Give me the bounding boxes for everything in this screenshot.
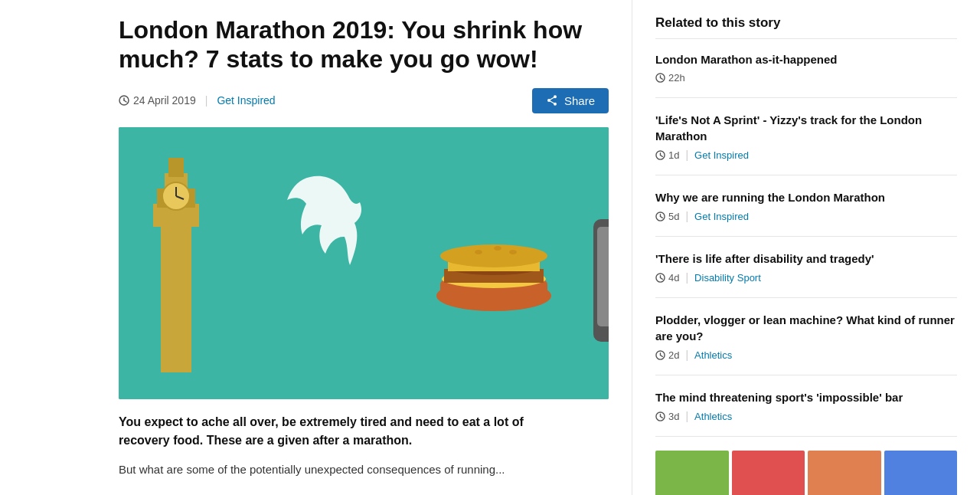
related-item: Why we are running the London Marathon 5… [655, 189, 957, 237]
related-item-title[interactable]: Plodder, vlogger or lean machine? What k… [655, 312, 957, 344]
clock-icon [655, 73, 665, 83]
sidebar: Related to this story London Marathon as… [632, 0, 980, 495]
svg-line-45 [661, 355, 663, 356]
share-button[interactable]: Share [532, 88, 609, 113]
clock-icon [655, 273, 665, 283]
related-item: Plodder, vlogger or lean machine? What k… [655, 312, 957, 375]
svg-line-42 [661, 277, 663, 279]
related-item-time: 3d [655, 411, 679, 422]
related-item-time-text: 22h [668, 72, 685, 84]
related-item-time: 5d [655, 211, 679, 222]
article-main: London Marathon 2019: You shrink how muc… [0, 0, 632, 495]
related-item-category[interactable]: Get Inspired [694, 149, 749, 161]
svg-rect-9 [161, 219, 191, 372]
svg-line-39 [661, 216, 663, 218]
svg-point-26 [509, 250, 517, 254]
svg-line-2 [124, 100, 126, 102]
article-image [119, 127, 609, 399]
sidebar-image-tile [884, 451, 958, 495]
related-item: London Marathon as-it-happened 22h [655, 51, 957, 98]
svg-point-25 [494, 246, 501, 251]
related-item-meta: 4d | Disability Sport [655, 271, 957, 284]
clock-icon [655, 150, 665, 160]
related-item-category[interactable]: Athletics [694, 349, 732, 361]
related-item-time-text: 1d [668, 149, 679, 161]
svg-point-23 [440, 244, 547, 267]
related-item-title[interactable]: London Marathon as-it-happened [655, 51, 957, 67]
sidebar-image-tile [655, 451, 729, 495]
share-label: Share [564, 94, 595, 107]
article-category-link[interactable]: Get Inspired [217, 94, 275, 107]
meta-divider: | [205, 94, 208, 107]
related-item-time: 4d [655, 272, 679, 284]
related-item: 'There is life after disability and trag… [655, 251, 957, 298]
related-item-title[interactable]: 'Life's Not A Sprint' - Yizzy's track fo… [655, 112, 957, 144]
svg-point-24 [475, 250, 482, 254]
related-item-meta: 2d | Athletics [655, 349, 957, 361]
related-item-time-text: 5d [668, 211, 679, 222]
clock-icon [655, 411, 665, 421]
article-intro: You expect to ache all over, be extremel… [119, 413, 540, 450]
article-date-text: 24 April 2019 [133, 94, 196, 107]
related-section-title: Related to this story [655, 15, 957, 39]
related-item-meta: 3d | Athletics [655, 410, 957, 422]
sidebar-image-strip [655, 451, 957, 495]
related-item-title[interactable]: The mind threatening sport's 'impossible… [655, 389, 957, 405]
related-item-category[interactable]: Athletics [694, 411, 732, 422]
related-item-time-text: 4d [668, 272, 679, 284]
clock-icon [655, 350, 665, 360]
related-item-category[interactable]: Get Inspired [694, 211, 749, 222]
related-item-title[interactable]: Why we are running the London Marathon [655, 189, 957, 205]
article-body: But what are some of the potentially une… [119, 461, 540, 479]
related-item-meta: 1d | Get Inspired [655, 149, 957, 161]
svg-line-7 [549, 100, 555, 104]
svg-rect-13 [168, 158, 184, 177]
svg-line-33 [661, 78, 663, 80]
clock-icon [655, 211, 665, 221]
related-item: The mind threatening sport's 'impossible… [655, 389, 957, 437]
share-icon [546, 94, 558, 107]
related-item-category[interactable]: Disability Sport [694, 272, 761, 284]
svg-rect-28 [597, 227, 609, 326]
related-item-time-text: 2d [668, 349, 679, 361]
related-item-title[interactable]: 'There is life after disability and trag… [655, 251, 957, 267]
clock-icon [119, 95, 129, 106]
article-title: London Marathon 2019: You shrink how muc… [119, 15, 609, 74]
related-item-time: 2d [655, 349, 679, 361]
sidebar-image-tile [732, 451, 805, 495]
related-item-time: 22h [655, 72, 685, 84]
related-item: 'Life's Not A Sprint' - Yizzy's track fo… [655, 112, 957, 175]
article-date: 24 April 2019 [119, 94, 196, 107]
article-meta: 24 April 2019 | Get Inspired Share [119, 88, 609, 113]
svg-line-48 [661, 416, 663, 418]
related-item-meta: 5d | Get Inspired [655, 210, 957, 222]
related-item-time: 1d [655, 149, 679, 161]
svg-line-6 [549, 97, 555, 100]
related-item-meta: 22h [655, 72, 957, 84]
svg-line-36 [661, 155, 663, 156]
sidebar-image-tile [808, 451, 881, 495]
related-item-time-text: 3d [668, 411, 679, 422]
